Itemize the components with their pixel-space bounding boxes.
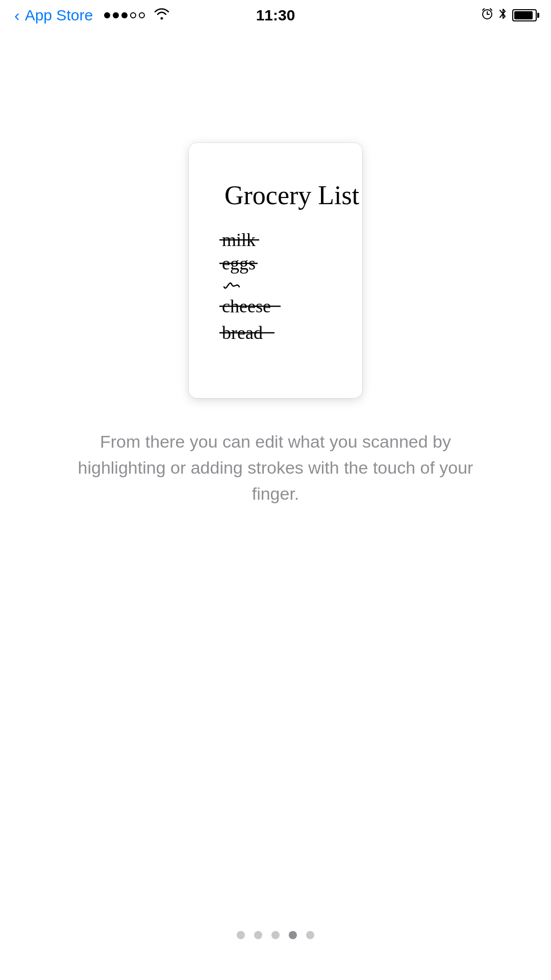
svg-line-3 bbox=[483, 9, 484, 10]
svg-text:Grocery List: Grocery List bbox=[224, 181, 360, 210]
battery-indicator bbox=[512, 9, 537, 21]
signal-dot-1 bbox=[104, 12, 110, 18]
alarm-icon bbox=[481, 7, 494, 23]
signal-dot-5 bbox=[139, 12, 145, 18]
signal-dot-4 bbox=[130, 12, 136, 18]
item-list: milk eggs cheese bread bbox=[219, 229, 311, 344]
status-left: ‹ App Store bbox=[14, 7, 169, 24]
page-dot-2 bbox=[254, 931, 262, 939]
status-right bbox=[481, 7, 537, 23]
status-time: 11:30 bbox=[256, 7, 295, 24]
signal-strength bbox=[104, 12, 145, 18]
wifi-icon bbox=[154, 8, 169, 23]
back-chevron-icon: ‹ bbox=[14, 7, 20, 23]
status-bar: ‹ App Store 11:30 bbox=[0, 0, 551, 31]
grocery-card: Grocery List milk eggs cheese bbox=[189, 143, 362, 398]
signal-dot-3 bbox=[121, 12, 128, 18]
page-dot-5 bbox=[306, 931, 314, 939]
checkmark-squiggle bbox=[221, 277, 252, 295]
signal-dot-2 bbox=[113, 12, 119, 18]
item-bread: bread bbox=[219, 322, 311, 344]
page-dot-4 bbox=[289, 931, 297, 939]
item-eggs: eggs bbox=[219, 252, 301, 275]
bluetooth-icon bbox=[499, 7, 507, 23]
main-content: Grocery List milk eggs cheese bbox=[0, 31, 551, 980]
page-indicator bbox=[237, 931, 314, 939]
item-milk: milk bbox=[219, 229, 301, 251]
back-button[interactable]: App Store bbox=[25, 7, 93, 24]
battery-shell bbox=[512, 9, 537, 21]
page-dot-3 bbox=[271, 931, 280, 939]
description-text: From there you can edit what you scanned… bbox=[46, 429, 505, 507]
item-cheese: cheese bbox=[219, 295, 311, 317]
card-title-svg: Grocery List bbox=[219, 168, 352, 214]
svg-line-4 bbox=[490, 9, 492, 10]
battery-fill bbox=[514, 11, 533, 19]
page-dot-1 bbox=[237, 931, 245, 939]
